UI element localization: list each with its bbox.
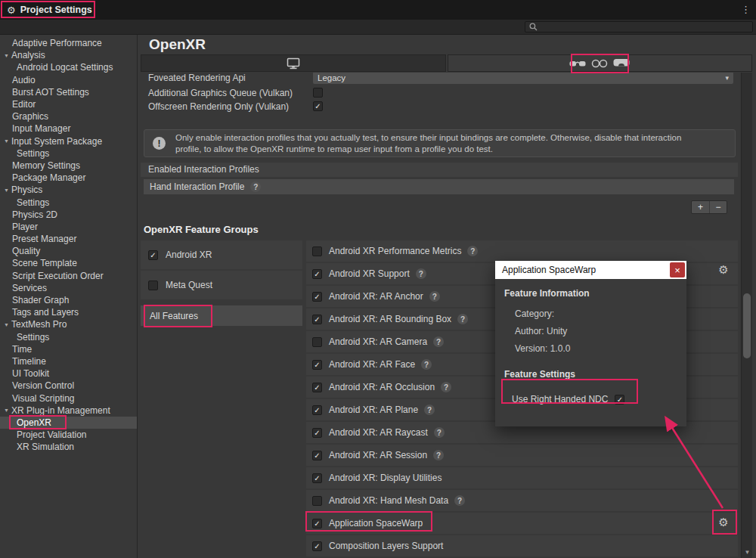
sidebar-item-timeline[interactable]: Timeline [0,355,137,367]
help-icon[interactable]: ? [441,382,451,392]
close-button[interactable]: × [670,262,685,277]
sidebar-item-xr-simulation[interactable]: XR Simulation [0,441,137,453]
checkbox-checked[interactable]: ✓ [148,250,158,260]
checkbox-checked[interactable]: ✓ [615,395,624,405]
sidebar-item-adaptive-performance[interactable]: Adaptive Performance [0,37,137,49]
sidebar-item-ui-toolkit[interactable]: UI Toolkit [0,367,137,380]
sidebar-item-package-manager[interactable]: Package Manager [0,172,137,184]
checkbox-unchecked[interactable] [148,281,158,290]
checkbox-checked[interactable]: ✓ [312,428,322,438]
foldout-arrow-icon[interactable]: ▼ [2,408,11,413]
sidebar-item-input-system-package[interactable]: ▼Input System Package [0,135,137,147]
checkbox-unchecked[interactable] [313,88,323,98]
sidebar-item-project-validation[interactable]: Project Validation [0,429,137,441]
sidebar-item-script-execution-order[interactable]: Script Execution Order [0,270,137,282]
help-icon[interactable]: ? [457,314,468,324]
sidebar-item-version-control[interactable]: Version Control [0,380,137,392]
checkbox-checked[interactable]: ✓ [312,451,322,460]
checkbox-checked[interactable]: ✓ [312,360,322,370]
add-profile-button[interactable]: + [692,201,709,213]
sidebar-item-settings[interactable]: Settings [0,196,137,208]
checkbox-checked[interactable]: ✓ [313,101,323,111]
scroll-down-arrow-icon[interactable]: ▼ [742,547,753,557]
vertical-scrollbar[interactable]: ▼ [741,73,752,558]
checkbox-unchecked[interactable] [312,337,322,347]
checkbox-unchecked[interactable] [312,496,322,506]
feature-row-android-xr-hand-mesh-data[interactable]: Android XR: Hand Mesh Data? [306,490,738,511]
sidebar-item-settings[interactable]: Settings [0,147,137,160]
checkbox-unchecked[interactable] [312,246,322,256]
feature-row-android-xr-display-utilities[interactable]: ✓Android XR: Display Utilities [306,467,738,488]
feature-group-meta-quest[interactable]: Meta Quest [141,271,302,299]
sidebar-item-label: TextMesh Pro [11,319,67,330]
help-icon[interactable]: ? [250,181,261,192]
foldout-arrow-icon[interactable]: ▼ [2,138,11,144]
sidebar-item-preset-manager[interactable]: Preset Manager [0,233,137,245]
checkbox-checked[interactable]: ✓ [312,292,322,302]
sidebar-item-editor[interactable]: Editor [0,98,137,110]
sidebar-item-shader-graph[interactable]: Shader Graph [0,294,137,306]
sidebar-item-memory-settings[interactable]: Memory Settings [0,160,137,172]
vr-goggles-icon [591,59,608,68]
help-icon[interactable]: ? [421,359,432,370]
feature-group-android-xr[interactable]: ✓Android XR [141,240,302,269]
sidebar-item-scene-template[interactable]: Scene Template [0,257,137,269]
sidebar-item-textmesh-pro[interactable]: ▼TextMesh Pro [0,318,137,330]
feature-row-application-spacewarp[interactable]: ✓Application SpaceWarp [306,513,738,534]
help-icon[interactable]: ? [434,427,445,438]
hand-interaction-profile-row[interactable]: Hand Interaction Profile ? [144,179,734,194]
help-icon[interactable]: ? [429,291,440,302]
feature-row-android-xr-ar-session[interactable]: ✓Android XR: AR Session? [306,445,738,466]
help-icon[interactable]: ? [433,450,444,460]
foldout-arrow-icon[interactable]: ▼ [2,188,11,193]
sidebar-item-physics-2d[interactable]: Physics 2D [0,209,137,221]
help-icon[interactable]: ? [454,495,465,506]
checkbox-checked[interactable]: ✓ [312,383,322,392]
all-features-label: All Features [150,311,198,321]
scrollbar-thumb[interactable] [743,293,751,358]
sidebar-item-android-logcat-settings[interactable]: Android Logcat Settings [0,61,137,73]
sidebar-item-openxr[interactable]: OpenXR [0,417,137,429]
foldout-arrow-icon[interactable]: ▼ [2,322,11,327]
sidebar-item-quality[interactable]: Quality [0,245,137,257]
application-spacewarp-settings-gear-icon[interactable]: ⚙ [717,516,730,529]
checkbox-checked[interactable]: ✓ [312,315,322,324]
feature-row-composition-layers-support[interactable]: ✓Composition Layers Support [306,535,738,556]
remove-profile-button[interactable]: − [709,201,727,213]
sidebar-item-settings[interactable]: Settings [0,331,137,343]
sidebar-item-player[interactable]: Player [0,221,137,233]
checkbox-checked[interactable]: ✓ [312,405,322,415]
kebab-menu-icon[interactable]: ⋮ [741,0,751,20]
monitor-icon [287,57,300,70]
sidebar-item-tags-and-layers[interactable]: Tags and Layers [0,306,137,318]
sidebar-item-visual-scripting[interactable]: Visual Scripting [0,392,137,404]
sidebar-item-graphics[interactable]: Graphics [0,110,137,122]
sidebar-item-input-manager[interactable]: Input Manager [0,122,137,135]
android-xr-support-settings-gear-icon[interactable]: ⚙ [717,263,730,277]
tab-desktop[interactable] [141,54,446,72]
sidebar-item-analysis[interactable]: ▼Analysis [0,49,137,61]
foldout-arrow-icon[interactable]: ▼ [2,53,11,58]
sidebar-item-label: Settings [17,197,49,208]
help-icon[interactable]: ? [433,336,444,347]
sidebar-item-burst-aot-settings[interactable]: Burst AOT Settings [0,86,137,98]
sidebar-item-xr-plug-in-management[interactable]: ▼XR Plug-in Management [0,405,137,417]
checkbox-checked[interactable]: ✓ [312,269,322,279]
checkbox-checked[interactable]: ✓ [312,473,322,483]
sidebar-item-audio[interactable]: Audio [0,74,137,86]
foveated-rendering-api-dropdown[interactable]: Legacy ▾ [313,73,733,84]
sidebar-item-services[interactable]: Services [0,282,137,294]
help-icon[interactable]: ? [416,268,426,279]
sidebar-item-time[interactable]: Time [0,343,137,355]
tab-xr-devices[interactable] [448,54,753,72]
sidebar-item-label: Project Validation [17,429,87,440]
all-features-button[interactable]: All Features [141,305,302,326]
checkbox-checked[interactable]: ✓ [312,541,322,551]
feature-row-android-xr-performance-metrics[interactable]: Android XR Performance Metrics? [306,240,738,262]
help-icon[interactable]: ? [424,405,435,415]
search-input[interactable] [525,21,753,33]
help-icon[interactable]: ? [467,246,478,256]
sidebar-item-physics[interactable]: ▼Physics [0,184,137,196]
checkbox-checked[interactable]: ✓ [312,519,322,529]
feature-group-label: Android XR [166,250,212,260]
